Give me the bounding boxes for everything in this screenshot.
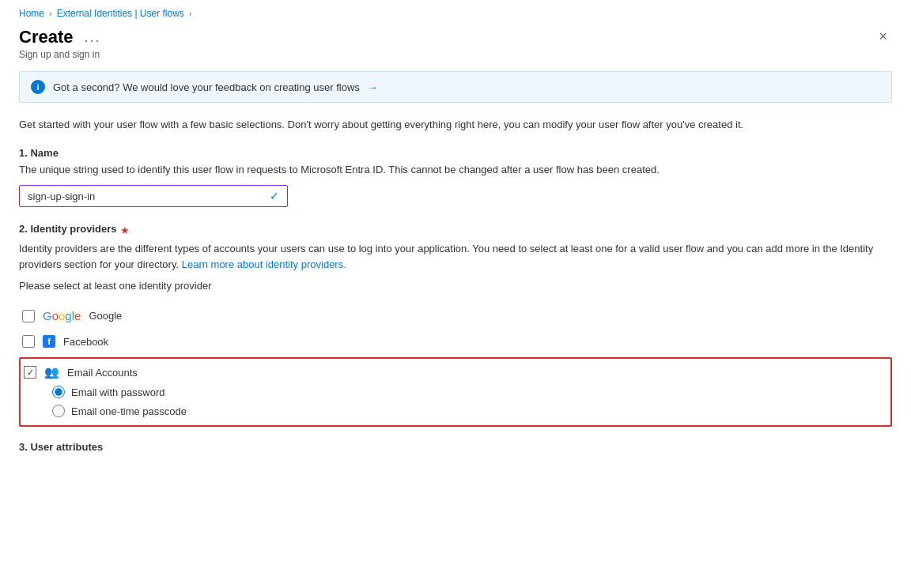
facebook-icon: f [43, 335, 55, 348]
google-checkbox[interactable] [22, 310, 35, 322]
section-user-attributes: 3. User attributes [19, 441, 892, 453]
email-accounts-block: ✓ 👥 Email Accounts Email with password E… [19, 357, 892, 427]
google-icon: Google [43, 309, 81, 322]
close-button[interactable]: × [874, 27, 892, 47]
page-title: Create [19, 27, 73, 47]
google-label: Google [89, 310, 122, 322]
dropdown-value: sign-up-sign-in [28, 190, 95, 202]
section1-desc: The unique string used to identify this … [19, 162, 892, 178]
email-accounts-label: Email Accounts [67, 367, 138, 379]
facebook-checkbox[interactable] [22, 335, 35, 348]
dropdown-check-icon: ✓ [270, 190, 279, 202]
identity-providers-link[interactable]: Learn more about identity providers. [182, 258, 346, 270]
required-star: ★ [120, 224, 130, 236]
section2-desc: Identity providers are the different typ… [19, 241, 892, 272]
email-accounts-checkbox[interactable]: ✓ [24, 366, 36, 379]
provider-row-google: Google Google [19, 303, 892, 329]
header-left: Create ... [19, 27, 106, 47]
breadcrumb-external[interactable]: External Identities | User flows [57, 8, 184, 19]
page-container: Home › External Identities | User flows … [0, 0, 911, 588]
email-options: Email with password Email one-time passc… [52, 386, 881, 417]
provider-row-facebook: f Facebook [19, 329, 892, 354]
section2-header: 2. Identity providers ★ [19, 223, 892, 238]
section2-desc-text: Identity providers are the different typ… [19, 243, 873, 270]
name-dropdown[interactable]: sign-up-sign-in ✓ [19, 185, 288, 207]
section-identity-providers: 2. Identity providers ★ Identity provide… [19, 223, 892, 427]
email-accounts-header: ✓ 👥 Email Accounts [24, 365, 881, 379]
email-password-radio[interactable] [52, 386, 65, 398]
email-otp-label: Email one-time passcode [71, 405, 187, 417]
info-banner: i Got a second? We would love your feedb… [19, 71, 892, 103]
breadcrumb-sep1: › [49, 9, 52, 18]
breadcrumb-sep2: › [189, 9, 192, 18]
section3-label: 3. User attributes [19, 441, 892, 453]
provider-list: Google Google f Facebook ✓ 👥 Email Accou… [19, 303, 892, 427]
breadcrumb: Home › External Identities | User flows … [19, 8, 892, 19]
header-row: Create ... × [19, 27, 892, 47]
breadcrumb-home[interactable]: Home [19, 8, 44, 19]
main-description: Get started with your user flow with a f… [19, 117, 892, 133]
select-hint: Please select at least one identity prov… [19, 280, 892, 292]
email-accounts-icon: 👥 [44, 365, 59, 379]
facebook-label: Facebook [63, 336, 108, 348]
email-otp-radio[interactable] [52, 405, 65, 417]
section-name: 1. Name The unique string used to identi… [19, 147, 892, 208]
ellipsis-button[interactable]: ... [79, 28, 105, 47]
banner-text: Got a second? We would love your feedbac… [53, 81, 360, 93]
email-otp-row: Email one-time passcode [52, 405, 881, 417]
email-password-row: Email with password [52, 386, 881, 398]
section1-label: 1. Name [19, 147, 892, 159]
banner-arrow[interactable]: → [368, 81, 378, 93]
info-icon: i [31, 80, 45, 94]
subtitle: Sign up and sign in [19, 49, 892, 60]
email-password-label: Email with password [71, 386, 165, 398]
section2-label: 2. Identity providers [19, 223, 117, 235]
